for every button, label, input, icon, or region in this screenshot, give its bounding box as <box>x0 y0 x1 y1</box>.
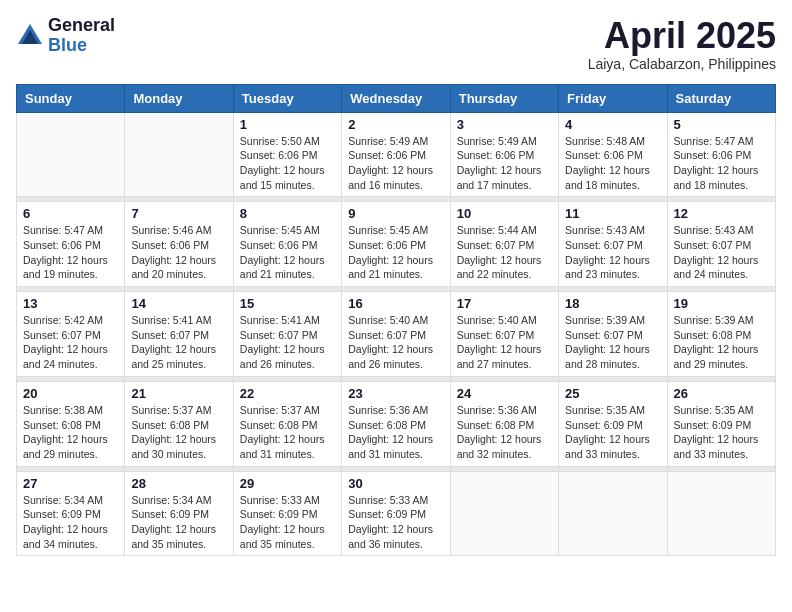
calendar-cell: 23Sunrise: 5:36 AM Sunset: 6:08 PM Dayli… <box>342 381 450 466</box>
day-number: 24 <box>457 386 552 401</box>
day-info: Sunrise: 5:38 AM Sunset: 6:08 PM Dayligh… <box>23 403 118 462</box>
day-number: 7 <box>131 206 226 221</box>
day-number: 10 <box>457 206 552 221</box>
day-info: Sunrise: 5:48 AM Sunset: 6:06 PM Dayligh… <box>565 134 660 193</box>
day-info: Sunrise: 5:34 AM Sunset: 6:09 PM Dayligh… <box>131 493 226 552</box>
day-number: 16 <box>348 296 443 311</box>
day-info: Sunrise: 5:44 AM Sunset: 6:07 PM Dayligh… <box>457 223 552 282</box>
day-info: Sunrise: 5:39 AM Sunset: 6:07 PM Dayligh… <box>565 313 660 372</box>
day-number: 12 <box>674 206 769 221</box>
calendar-cell: 2Sunrise: 5:49 AM Sunset: 6:06 PM Daylig… <box>342 112 450 197</box>
day-number: 26 <box>674 386 769 401</box>
col-thursday: Thursday <box>450 84 558 112</box>
calendar-cell: 25Sunrise: 5:35 AM Sunset: 6:09 PM Dayli… <box>559 381 667 466</box>
day-number: 15 <box>240 296 335 311</box>
day-info: Sunrise: 5:40 AM Sunset: 6:07 PM Dayligh… <box>348 313 443 372</box>
day-number: 25 <box>565 386 660 401</box>
calendar-cell: 27Sunrise: 5:34 AM Sunset: 6:09 PM Dayli… <box>17 471 125 556</box>
day-info: Sunrise: 5:49 AM Sunset: 6:06 PM Dayligh… <box>348 134 443 193</box>
day-number: 23 <box>348 386 443 401</box>
day-number: 2 <box>348 117 443 132</box>
day-number: 28 <box>131 476 226 491</box>
day-info: Sunrise: 5:43 AM Sunset: 6:07 PM Dayligh… <box>565 223 660 282</box>
day-info: Sunrise: 5:41 AM Sunset: 6:07 PM Dayligh… <box>131 313 226 372</box>
calendar-cell <box>559 471 667 556</box>
month-title: April 2025 <box>588 16 776 56</box>
day-info: Sunrise: 5:47 AM Sunset: 6:06 PM Dayligh… <box>23 223 118 282</box>
day-info: Sunrise: 5:33 AM Sunset: 6:09 PM Dayligh… <box>348 493 443 552</box>
day-info: Sunrise: 5:49 AM Sunset: 6:06 PM Dayligh… <box>457 134 552 193</box>
calendar-week-row: 1Sunrise: 5:50 AM Sunset: 6:06 PM Daylig… <box>17 112 776 197</box>
day-number: 19 <box>674 296 769 311</box>
calendar-cell: 21Sunrise: 5:37 AM Sunset: 6:08 PM Dayli… <box>125 381 233 466</box>
day-number: 22 <box>240 386 335 401</box>
day-number: 17 <box>457 296 552 311</box>
calendar-cell: 9Sunrise: 5:45 AM Sunset: 6:06 PM Daylig… <box>342 202 450 287</box>
calendar-cell: 10Sunrise: 5:44 AM Sunset: 6:07 PM Dayli… <box>450 202 558 287</box>
calendar-cell: 20Sunrise: 5:38 AM Sunset: 6:08 PM Dayli… <box>17 381 125 466</box>
col-wednesday: Wednesday <box>342 84 450 112</box>
calendar-cell: 18Sunrise: 5:39 AM Sunset: 6:07 PM Dayli… <box>559 292 667 377</box>
day-info: Sunrise: 5:34 AM Sunset: 6:09 PM Dayligh… <box>23 493 118 552</box>
col-saturday: Saturday <box>667 84 775 112</box>
col-monday: Monday <box>125 84 233 112</box>
calendar-cell: 11Sunrise: 5:43 AM Sunset: 6:07 PM Dayli… <box>559 202 667 287</box>
day-info: Sunrise: 5:37 AM Sunset: 6:08 PM Dayligh… <box>240 403 335 462</box>
calendar-cell: 8Sunrise: 5:45 AM Sunset: 6:06 PM Daylig… <box>233 202 341 287</box>
day-number: 20 <box>23 386 118 401</box>
page-header: General Blue April 2025 Laiya, Calabarzo… <box>16 16 776 72</box>
col-sunday: Sunday <box>17 84 125 112</box>
calendar-cell: 14Sunrise: 5:41 AM Sunset: 6:07 PM Dayli… <box>125 292 233 377</box>
calendar-cell: 16Sunrise: 5:40 AM Sunset: 6:07 PM Dayli… <box>342 292 450 377</box>
day-info: Sunrise: 5:42 AM Sunset: 6:07 PM Dayligh… <box>23 313 118 372</box>
calendar-cell: 22Sunrise: 5:37 AM Sunset: 6:08 PM Dayli… <box>233 381 341 466</box>
day-number: 1 <box>240 117 335 132</box>
calendar-cell: 12Sunrise: 5:43 AM Sunset: 6:07 PM Dayli… <box>667 202 775 287</box>
calendar-cell <box>17 112 125 197</box>
calendar-cell: 30Sunrise: 5:33 AM Sunset: 6:09 PM Dayli… <box>342 471 450 556</box>
col-friday: Friday <box>559 84 667 112</box>
calendar-cell: 19Sunrise: 5:39 AM Sunset: 6:08 PM Dayli… <box>667 292 775 377</box>
calendar-cell: 17Sunrise: 5:40 AM Sunset: 6:07 PM Dayli… <box>450 292 558 377</box>
day-number: 3 <box>457 117 552 132</box>
logo-text: General Blue <box>48 16 115 56</box>
calendar-cell: 5Sunrise: 5:47 AM Sunset: 6:06 PM Daylig… <box>667 112 775 197</box>
day-number: 5 <box>674 117 769 132</box>
day-number: 9 <box>348 206 443 221</box>
day-info: Sunrise: 5:35 AM Sunset: 6:09 PM Dayligh… <box>674 403 769 462</box>
calendar-cell <box>125 112 233 197</box>
calendar-cell <box>667 471 775 556</box>
calendar-week-row: 13Sunrise: 5:42 AM Sunset: 6:07 PM Dayli… <box>17 292 776 377</box>
calendar-header-row: Sunday Monday Tuesday Wednesday Thursday… <box>17 84 776 112</box>
logo-blue: Blue <box>48 36 115 56</box>
day-number: 30 <box>348 476 443 491</box>
calendar-cell <box>450 471 558 556</box>
day-info: Sunrise: 5:39 AM Sunset: 6:08 PM Dayligh… <box>674 313 769 372</box>
day-info: Sunrise: 5:37 AM Sunset: 6:08 PM Dayligh… <box>131 403 226 462</box>
day-info: Sunrise: 5:35 AM Sunset: 6:09 PM Dayligh… <box>565 403 660 462</box>
calendar-cell: 6Sunrise: 5:47 AM Sunset: 6:06 PM Daylig… <box>17 202 125 287</box>
day-info: Sunrise: 5:41 AM Sunset: 6:07 PM Dayligh… <box>240 313 335 372</box>
day-number: 27 <box>23 476 118 491</box>
calendar-cell: 1Sunrise: 5:50 AM Sunset: 6:06 PM Daylig… <box>233 112 341 197</box>
day-number: 29 <box>240 476 335 491</box>
calendar-cell: 26Sunrise: 5:35 AM Sunset: 6:09 PM Dayli… <box>667 381 775 466</box>
day-info: Sunrise: 5:36 AM Sunset: 6:08 PM Dayligh… <box>457 403 552 462</box>
logo: General Blue <box>16 16 115 56</box>
calendar: Sunday Monday Tuesday Wednesday Thursday… <box>16 84 776 557</box>
day-number: 8 <box>240 206 335 221</box>
calendar-cell: 13Sunrise: 5:42 AM Sunset: 6:07 PM Dayli… <box>17 292 125 377</box>
calendar-week-row: 27Sunrise: 5:34 AM Sunset: 6:09 PM Dayli… <box>17 471 776 556</box>
calendar-cell: 15Sunrise: 5:41 AM Sunset: 6:07 PM Dayli… <box>233 292 341 377</box>
day-info: Sunrise: 5:33 AM Sunset: 6:09 PM Dayligh… <box>240 493 335 552</box>
calendar-week-row: 20Sunrise: 5:38 AM Sunset: 6:08 PM Dayli… <box>17 381 776 466</box>
logo-icon <box>16 22 44 50</box>
day-info: Sunrise: 5:36 AM Sunset: 6:08 PM Dayligh… <box>348 403 443 462</box>
day-info: Sunrise: 5:43 AM Sunset: 6:07 PM Dayligh… <box>674 223 769 282</box>
calendar-cell: 3Sunrise: 5:49 AM Sunset: 6:06 PM Daylig… <box>450 112 558 197</box>
day-number: 4 <box>565 117 660 132</box>
day-number: 6 <box>23 206 118 221</box>
day-info: Sunrise: 5:45 AM Sunset: 6:06 PM Dayligh… <box>348 223 443 282</box>
calendar-cell: 24Sunrise: 5:36 AM Sunset: 6:08 PM Dayli… <box>450 381 558 466</box>
location-title: Laiya, Calabarzon, Philippines <box>588 56 776 72</box>
